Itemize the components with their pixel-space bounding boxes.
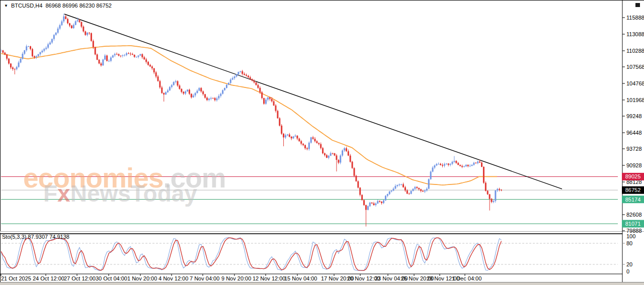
candle-body	[108, 61, 110, 61]
price-tick-label: 101968	[626, 97, 644, 103]
candle-body	[185, 91, 186, 93]
price-tick-label: 96448	[626, 130, 642, 136]
candle-body	[438, 164, 439, 164]
candle-body	[112, 55, 114, 57]
candle-body	[214, 98, 216, 100]
sto-level-lines	[1, 243, 618, 264]
candle-body	[120, 56, 121, 56]
candle-body	[80, 22, 82, 27]
candle-body	[354, 168, 355, 176]
candle-body	[350, 156, 351, 162]
candle-body	[16, 67, 18, 69]
candle-body	[244, 74, 245, 75]
candle-body	[114, 54, 116, 56]
candle-body	[256, 82, 257, 85]
candle-body	[430, 171, 432, 179]
candle-body	[181, 89, 182, 92]
candle-body	[269, 98, 271, 99]
candle-body	[485, 183, 487, 191]
sto-tick-label: 100	[626, 233, 635, 239]
time-label: 15 Nov 04:00	[284, 275, 317, 281]
candle-body	[79, 20, 80, 22]
stochastic-lines	[1, 238, 502, 271]
candle-body	[475, 163, 476, 163]
ohlc-values: 86968 86996 86230 86752	[45, 3, 112, 9]
candle-body	[330, 153, 332, 156]
candle-body	[422, 191, 424, 192]
candle-body	[465, 165, 467, 166]
candle-body	[20, 59, 22, 62]
price-tick-label: 113088	[626, 31, 644, 37]
sto-tick-label: 20	[626, 261, 632, 267]
candle-body	[228, 83, 229, 85]
chart-canvas[interactable]: 1158881130881102881075681047681019689924…	[0, 0, 644, 285]
candle-body	[355, 176, 357, 181]
candle-body	[442, 165, 443, 165]
candle-body	[461, 166, 463, 167]
descending-trendline[interactable]	[64, 14, 562, 189]
candle-body	[8, 59, 10, 64]
candle-body	[373, 204, 375, 205]
candle-body	[342, 150, 343, 155]
candle-body	[246, 75, 247, 76]
candle-body	[444, 164, 445, 166]
candle-body	[434, 165, 435, 167]
candle-body	[47, 44, 49, 48]
candle-body	[400, 184, 402, 185]
candle-body	[189, 90, 190, 94]
candle-body	[67, 19, 68, 23]
panel-divider-groove[interactable]	[0, 231, 644, 232]
candle-body	[436, 164, 437, 165]
candle-body	[136, 57, 137, 57]
candle-body	[71, 26, 72, 28]
price-tick-label: 93728	[626, 146, 642, 152]
candle-body	[296, 136, 298, 139]
candle-body	[10, 64, 12, 68]
candle-body	[379, 201, 380, 202]
candle-body	[491, 199, 493, 202]
candle-body	[413, 189, 414, 191]
candle-body	[481, 162, 482, 167]
candle-body	[479, 161, 480, 162]
candle-body	[477, 161, 478, 163]
candle-body	[409, 194, 410, 194]
candle-body	[55, 33, 57, 35]
candle-body	[426, 189, 428, 191]
candle-body	[489, 195, 491, 199]
candle-body	[165, 92, 167, 94]
candle-body	[279, 118, 280, 126]
candle-body	[40, 52, 41, 54]
candle-body	[1, 50, 2, 51]
candle-body	[432, 167, 434, 171]
candle-body	[346, 148, 347, 151]
symbol-timeframe-label: BTCUSD,H4	[11, 3, 42, 9]
candle-body	[428, 179, 430, 189]
sto-signal-line[interactable]	[1, 238, 502, 270]
candle-body	[281, 126, 282, 134]
time-label: 7 Nov 04:00	[190, 275, 219, 281]
ma-line[interactable]	[0, 46, 497, 185]
candle-body	[132, 54, 133, 55]
candle-body	[204, 94, 206, 98]
candle-body	[93, 41, 94, 47]
candle-body	[310, 137, 312, 143]
candle-body	[383, 201, 384, 203]
candle-body	[252, 79, 253, 80]
candle-body	[248, 76, 249, 77]
candle-body	[141, 54, 143, 57]
candle-body	[95, 47, 96, 54]
candle-body	[318, 143, 319, 144]
candle-body	[455, 161, 457, 163]
collapse-chart-icon[interactable]: ▼	[4, 4, 8, 8]
candle-body	[226, 85, 227, 88]
candle-body	[14, 69, 16, 69]
price-tick-label: 110288	[626, 48, 644, 54]
candle-body	[265, 100, 267, 104]
time-axis: 21 Oct 202524 Oct 12:0027 Oct 12:0030 Oc…	[1, 274, 481, 281]
candle-body	[100, 63, 102, 65]
candle-body	[389, 192, 390, 194]
candle-body	[457, 163, 459, 165]
candle-body	[463, 166, 465, 167]
candle-body	[53, 35, 55, 39]
chart-shift-marker[interactable]	[635, 3, 640, 7]
